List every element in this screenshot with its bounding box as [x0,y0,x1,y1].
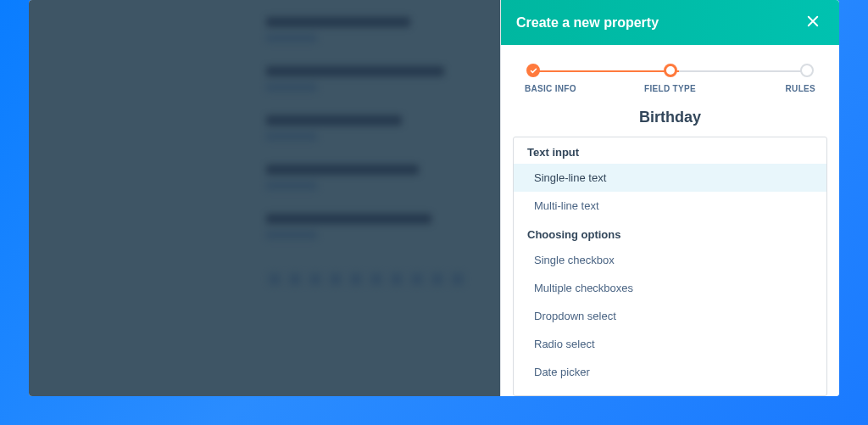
modal-backdrop [29,0,500,396]
option-dropdown-select[interactable]: Dropdown select [514,302,826,330]
background-blurred-content [29,0,500,396]
field-type-list-scroll[interactable]: Text input Single-line text Multi-line t… [514,137,826,395]
step-label: BASIC INFO [525,84,584,93]
step-label: RULES [756,84,815,93]
step-basic-info[interactable] [525,64,542,77]
group-heading: Values [514,386,826,395]
step-field-type[interactable] [662,64,679,77]
close-icon [805,14,821,31]
option-single-checkbox[interactable]: Single checkbox [514,246,826,274]
option-single-line-text[interactable]: Single-line text [514,164,826,192]
option-multiple-checkboxes[interactable]: Multiple checkboxes [514,274,826,302]
step-dot-active [664,64,677,77]
drawer-title: Create a new property [516,15,659,31]
step-label: FIELD TYPE [641,84,700,93]
property-name-heading: Birthday [501,102,839,137]
step-dot-done [526,64,540,77]
group-heading: Choosing options [514,220,826,246]
step-rules[interactable] [798,64,815,77]
field-type-list: Text input Single-line text Multi-line t… [513,137,827,396]
option-multi-line-text[interactable]: Multi-line text [514,192,826,220]
check-icon [530,63,537,78]
drawer-header: Create a new property [501,0,839,45]
option-radio-select[interactable]: Radio select [514,330,826,358]
app-frame: Create a new property [29,0,839,396]
step-dot-pending [800,64,814,77]
option-date-picker[interactable]: Date picker [514,358,826,386]
stepper-progress [533,70,679,72]
create-property-drawer: Create a new property [500,0,839,396]
close-button[interactable] [802,10,824,35]
stepper: BASIC INFO FIELD TYPE RULES [501,45,839,102]
group-heading: Text input [514,137,826,164]
